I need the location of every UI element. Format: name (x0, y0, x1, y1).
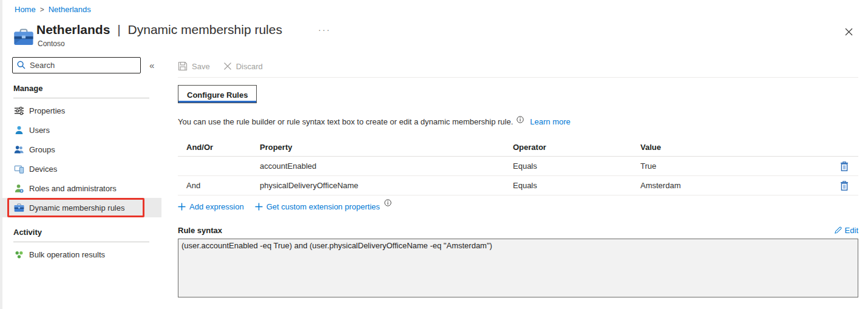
sidebar-item-bulk-operation-results[interactable]: Bulk operation results (0, 245, 161, 264)
more-options-icon[interactable]: ··· (318, 24, 331, 35)
table-row: accountEnabled Equals True (178, 157, 858, 176)
devices-icon (13, 163, 24, 174)
cell-property[interactable]: accountEnabled (260, 161, 513, 171)
sidebar-item-users[interactable]: Users (0, 120, 161, 140)
add-expression-button[interactable]: Add expression (178, 202, 244, 211)
people-icon (13, 144, 24, 155)
page-title: Netherlands | Dynamic membership rules (36, 22, 282, 37)
sidebar-item-devices[interactable]: Devices (0, 159, 161, 178)
collapse-sidebar-icon[interactable]: « (149, 60, 154, 70)
pencil-icon (834, 226, 842, 234)
expression-actions: Add expression Get custom extension prop… (178, 202, 858, 211)
azure-dynamic-membership-page: Home > Netherlands Netherlands | Dynamic… (0, 0, 868, 309)
admin-user-icon (13, 183, 24, 194)
edit-rule-syntax-button[interactable]: Edit (834, 226, 858, 235)
delete-rule-button[interactable] (830, 181, 858, 191)
breadcrumb-home-link[interactable]: Home (15, 5, 36, 14)
col-header-value: Value (640, 143, 830, 152)
plus-icon (255, 203, 263, 211)
sidebar-item-roles-and-administrators[interactable]: Roles and administrators (0, 178, 161, 198)
cell-operator[interactable]: Equals (513, 181, 640, 190)
page-title-group-name: Netherlands (36, 22, 110, 36)
rule-syntax-header: Rule syntax Edit (178, 226, 858, 235)
sidebar-item-dynamic-membership-rules[interactable]: Dynamic membership rules (0, 198, 161, 217)
sidebar-item-groups[interactable]: Groups (0, 140, 161, 159)
section-divider (13, 242, 149, 242)
command-bar: Save Discard (178, 59, 858, 73)
sidebar-item-label: Dynamic membership rules (29, 203, 125, 212)
page-title-blade-name: Dynamic membership rules (128, 22, 282, 36)
sidebar-section-activity: Activity (0, 228, 161, 237)
rule-builder-table: And/Or Property Operator Value accountEn… (178, 138, 858, 195)
rule-syntax-textbox[interactable]: (user.accountEnabled -eq True) and (user… (178, 239, 858, 297)
tab-configure-rules[interactable]: Configure Rules (178, 85, 257, 103)
plus-icon (178, 203, 186, 211)
briefcase-icon (13, 202, 24, 213)
add-expression-label: Add expression (189, 202, 244, 211)
sidebar-item-label: Users (29, 126, 50, 135)
save-icon (178, 61, 188, 71)
page-title-divider: | (117, 22, 120, 36)
main-content: Save Discard Configure Rules You can use… (178, 59, 858, 297)
save-button[interactable]: Save (178, 61, 210, 71)
cell-operator[interactable]: Equals (513, 161, 640, 171)
description-row: You can use the rule builder or rule syn… (178, 117, 858, 126)
breadcrumb: Home > Netherlands (15, 5, 91, 14)
toolbar-divider (178, 77, 858, 78)
search-icon (16, 60, 26, 70)
table-header-row: And/Or Property Operator Value (178, 138, 858, 157)
discard-label: Discard (236, 62, 263, 71)
search-box (12, 57, 141, 73)
trash-icon (840, 161, 849, 171)
sidebar-item-label: Roles and administrators (29, 184, 117, 193)
sliders-icon (13, 105, 24, 116)
delete-rule-button[interactable] (830, 161, 858, 171)
rule-syntax-label: Rule syntax (178, 226, 222, 235)
close-blade-button[interactable] (843, 25, 855, 38)
breadcrumb-separator: > (40, 5, 44, 14)
briefcase-icon (13, 27, 34, 46)
col-header-property: Property (260, 143, 513, 152)
get-custom-label: Get custom extension properties (266, 202, 380, 211)
sidebar-item-label: Bulk operation results (29, 250, 105, 259)
sidebar-item-properties[interactable]: Properties (0, 101, 161, 120)
save-label: Save (192, 62, 210, 71)
search-input[interactable] (12, 57, 141, 73)
sidebar-section-manage: Manage (0, 84, 161, 93)
get-custom-extension-properties-button[interactable]: Get custom extension properties (255, 202, 392, 211)
sidebar-item-label: Devices (29, 165, 57, 174)
table-row: And physicalDeliveryOfficeName Equals Am… (178, 176, 858, 195)
cell-property[interactable]: physicalDeliveryOfficeName (260, 181, 513, 190)
learn-more-link[interactable]: Learn more (530, 117, 570, 126)
trash-icon (840, 181, 849, 191)
col-header-operator: Operator (513, 143, 640, 152)
sidebar-item-label: Properties (29, 106, 65, 115)
close-icon (844, 27, 853, 36)
sidebar-item-label: Groups (29, 145, 55, 154)
sidebar-search-row: « (0, 57, 161, 73)
edit-label: Edit (845, 226, 858, 235)
cell-value[interactable]: True (640, 161, 830, 171)
breadcrumb-netherlands-link[interactable]: Netherlands (49, 5, 91, 14)
cell-value[interactable]: Amsterdam (640, 181, 830, 190)
page-subtitle: Contoso (38, 39, 65, 48)
cell-and-or[interactable]: And (186, 181, 260, 190)
discard-icon (223, 62, 232, 70)
bulk-results-icon (13, 249, 24, 260)
info-icon[interactable] (384, 199, 392, 208)
description-text: You can use the rule builder or rule syn… (178, 117, 513, 126)
col-header-and-or: And/Or (186, 143, 260, 152)
info-icon[interactable] (517, 116, 524, 123)
user-icon (13, 124, 24, 135)
section-divider (13, 98, 149, 98)
sidebar: « Manage Properties Users (0, 57, 161, 264)
discard-button[interactable]: Discard (223, 62, 263, 71)
